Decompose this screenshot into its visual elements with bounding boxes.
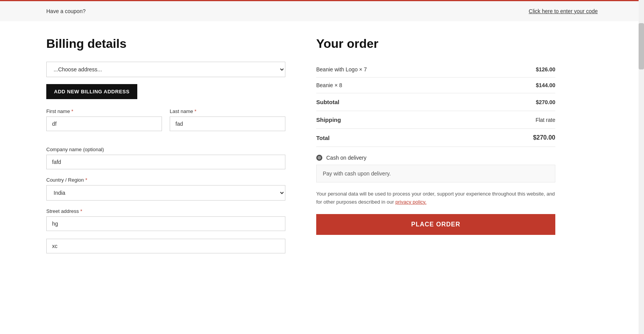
street-address-group: Street address * bbox=[46, 208, 285, 231]
payment-method: Cash on delivery Pay with cash upon deli… bbox=[316, 155, 555, 182]
last-name-input[interactable] bbox=[170, 116, 285, 131]
subtotal-value: $270.00 bbox=[482, 93, 555, 111]
billing-section: Billing details ...Choose address... ADD… bbox=[46, 37, 285, 261]
address-select-wrap: ...Choose address... bbox=[46, 62, 285, 77]
company-name-group: Company name (optional) bbox=[46, 147, 285, 169]
order-heading: Your order bbox=[316, 37, 555, 51]
first-name-required: * bbox=[71, 108, 73, 114]
place-order-button[interactable]: PLACE ORDER bbox=[316, 214, 555, 235]
first-name-input[interactable] bbox=[46, 116, 162, 131]
last-name-required: * bbox=[194, 108, 196, 114]
coupon-bar: Have a coupon? Click here to enter your … bbox=[0, 0, 644, 21]
privacy-text: Your personal data will be used to proce… bbox=[316, 190, 555, 206]
scrollbar-thumb bbox=[639, 23, 644, 69]
country-required: * bbox=[85, 177, 87, 183]
order-item-1-price: $126.00 bbox=[482, 62, 555, 78]
first-name-label: First name * bbox=[46, 108, 162, 114]
order-item-1: Beanie with Logo × 7 $126.00 bbox=[316, 62, 555, 78]
payment-description: Pay with cash upon delivery. bbox=[316, 165, 555, 182]
order-item-2-price: $144.00 bbox=[482, 78, 555, 93]
last-name-label: Last name * bbox=[170, 108, 285, 114]
subtotal-row: Subtotal $270.00 bbox=[316, 93, 555, 111]
company-name-input[interactable] bbox=[46, 155, 285, 169]
total-value: $270.00 bbox=[482, 129, 555, 147]
name-row: First name * Last name * bbox=[46, 108, 285, 139]
payment-radio-cod[interactable] bbox=[316, 155, 322, 161]
subtotal-label: Subtotal bbox=[316, 93, 482, 111]
country-group: Country / Region * India United States U… bbox=[46, 177, 285, 201]
street-address-required: * bbox=[80, 208, 82, 214]
shipping-row: Shipping Flat rate bbox=[316, 111, 555, 129]
order-section: Your order Beanie with Logo × 7 $126.00 … bbox=[316, 37, 555, 235]
coupon-link[interactable]: Click here to enter your code bbox=[529, 8, 598, 14]
payment-option-label[interactable]: Cash on delivery bbox=[326, 155, 366, 161]
shipping-value: Flat rate bbox=[482, 111, 555, 129]
shipping-label: Shipping bbox=[316, 111, 482, 129]
order-item-2: Beanie × 8 $144.00 bbox=[316, 78, 555, 93]
street-address-label: Street address * bbox=[46, 208, 285, 214]
order-item-2-name: Beanie × 8 bbox=[316, 78, 482, 93]
street-address-input[interactable] bbox=[46, 216, 285, 231]
address-select[interactable]: ...Choose address... bbox=[46, 62, 285, 77]
country-select[interactable]: India United States United Kingdom Austr… bbox=[46, 185, 285, 201]
street-address-2-group bbox=[46, 239, 285, 253]
privacy-policy-link[interactable]: privacy policy. bbox=[395, 199, 427, 205]
first-name-group: First name * bbox=[46, 108, 162, 131]
total-row: Total $270.00 bbox=[316, 129, 555, 147]
add-new-billing-address-button[interactable]: ADD NEW BILLING ADDRESS bbox=[46, 84, 137, 99]
payment-option-cod: Cash on delivery bbox=[316, 155, 555, 161]
coupon-question: Have a coupon? bbox=[46, 8, 86, 14]
order-item-1-name: Beanie with Logo × 7 bbox=[316, 62, 482, 78]
main-content: Billing details ...Choose address... ADD… bbox=[0, 37, 644, 284]
last-name-group: Last name * bbox=[170, 108, 285, 131]
street-address-2-input[interactable] bbox=[46, 239, 285, 253]
total-label: Total bbox=[316, 129, 482, 147]
billing-heading: Billing details bbox=[46, 37, 285, 51]
scrollbar[interactable] bbox=[639, 0, 644, 284]
company-name-label: Company name (optional) bbox=[46, 147, 285, 152]
order-table: Beanie with Logo × 7 $126.00 Beanie × 8 … bbox=[316, 62, 555, 147]
country-label: Country / Region * bbox=[46, 177, 285, 183]
